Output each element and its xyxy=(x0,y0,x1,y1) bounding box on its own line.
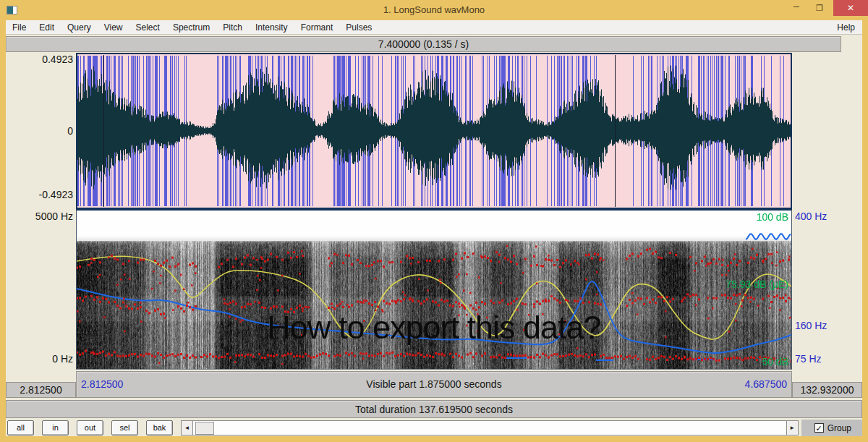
pitch-max-label: 400 Hz xyxy=(795,211,827,222)
window-title: 1. LongSound wavMono xyxy=(0,4,868,15)
selection-duration-bar[interactable]: 7.400000 (0.135 / s) xyxy=(6,36,841,52)
editor-content: 7.400000 (0.135 / s) 0.4923 0 -0.4923 50… xyxy=(6,35,862,436)
bottom-controls: all in out sel bak ◄ ► ✓ Group xyxy=(6,420,862,436)
pitch-min-label: 75 Hz xyxy=(795,353,822,365)
scroll-right-arrow[interactable]: ► xyxy=(786,420,799,435)
waveform-canvas[interactable] xyxy=(77,54,791,208)
scroll-left-arrow[interactable]: ◄ xyxy=(181,420,193,435)
group-label: Group xyxy=(827,423,851,433)
intensity-max-label: 100 dB xyxy=(757,211,788,223)
zoom-back-button[interactable]: bak xyxy=(146,420,173,435)
time-after-window-box[interactable]: 132.932000 xyxy=(792,382,862,398)
scrollbar-track[interactable] xyxy=(193,420,786,435)
visible-part-label: Visible part 1.875000 seconds xyxy=(77,378,791,390)
time-before-window-box[interactable]: 2.812500 xyxy=(6,382,76,398)
praat-sound-editor-window: 1. LongSound wavMono – ❒ ✕ File Edit Que… xyxy=(0,0,868,442)
intensity-cursor-label: 75.93 dB (µE) xyxy=(726,279,788,290)
pitch-cursor-label: 160 Hz xyxy=(795,320,827,331)
wave-ymin-label: -0.4923 xyxy=(6,189,73,200)
scrollbar-thumb[interactable] xyxy=(195,422,214,435)
spec-top-freq-label: 5000 Hz xyxy=(6,211,73,222)
wave-ymax-label: 0.4923 xyxy=(6,54,73,65)
intensity-min-label: 50 dB xyxy=(762,356,788,367)
visible-start-time: 2.812500 xyxy=(81,378,123,390)
menubar: File Edit Query View Select Spectrum Pit… xyxy=(6,20,862,35)
zoom-sel-button[interactable]: sel xyxy=(111,420,138,435)
menu-query[interactable]: Query xyxy=(61,20,98,35)
visible-part-bar[interactable]: Visible part 1.875000 seconds 2.812500 4… xyxy=(76,371,792,398)
menu-view[interactable]: View xyxy=(98,20,129,35)
menu-spectrum[interactable]: Spectrum xyxy=(166,20,216,35)
group-checkbox[interactable]: ✓ xyxy=(814,423,824,433)
wave-ymid-label: 0 xyxy=(6,125,73,137)
menu-help[interactable]: Help xyxy=(830,20,862,35)
menu-file[interactable]: File xyxy=(6,20,33,35)
group-panel: ✓ Group xyxy=(801,420,862,436)
close-button[interactable]: ✕ xyxy=(833,0,868,16)
total-duration-bar[interactable]: Total duration 137.619500 seconds xyxy=(6,400,862,418)
overlay-annotation-text: How to export this data? xyxy=(77,309,791,347)
zoom-in-button[interactable]: in xyxy=(42,420,69,435)
spectrogram-panel[interactable]: 100 dB 75.93 dB (µE) 50 dB How to export… xyxy=(76,209,792,370)
zoom-all-button[interactable]: all xyxy=(7,420,34,435)
waveform-panel[interactable] xyxy=(76,53,792,209)
menu-intensity[interactable]: Intensity xyxy=(249,20,294,35)
titlebar: 1. LongSound wavMono – ❒ ✕ xyxy=(0,0,868,20)
minimize-button[interactable]: – xyxy=(787,0,806,16)
menu-select[interactable]: Select xyxy=(129,20,166,35)
zoom-out-button[interactable]: out xyxy=(77,420,103,435)
spec-bottom-freq-label: 0 Hz xyxy=(6,353,73,365)
menu-edit[interactable]: Edit xyxy=(33,20,61,35)
menu-pulses[interactable]: Pulses xyxy=(339,20,378,35)
menu-pitch[interactable]: Pitch xyxy=(216,20,249,35)
visible-end-time: 4.687500 xyxy=(745,378,787,390)
menu-formant[interactable]: Formant xyxy=(294,20,340,35)
maximize-button[interactable]: ❒ xyxy=(810,0,829,16)
